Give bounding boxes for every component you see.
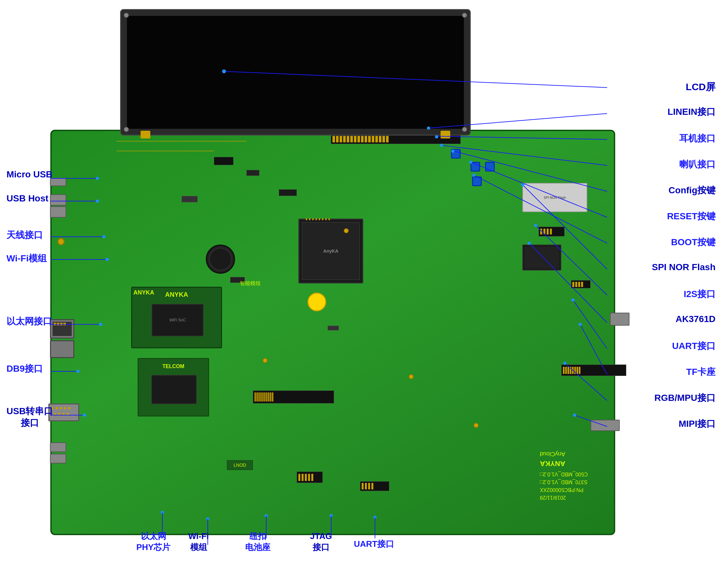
label-spi-nor: SPI NOR Flash	[652, 262, 716, 272]
lcd-bezel	[120, 9, 471, 135]
usb-host-port	[50, 194, 66, 206]
label-boot-btn: BOOT按键	[671, 236, 716, 248]
ak3761d-chip	[522, 245, 561, 271]
label-eth-phy: 以太网 PHY芯片	[136, 531, 171, 553]
uart-connector-right	[571, 280, 590, 288]
reset-button	[470, 162, 480, 172]
label-config-btn: Config按键	[668, 184, 716, 196]
label-ak3761d: AK3761D	[676, 314, 716, 324]
label-wifi-module: Wi-Fi模组	[6, 252, 47, 265]
label-usb-serial: USB转串口 接口	[6, 405, 53, 429]
lcd-screen-inner	[127, 16, 464, 129]
label-i2s: I2S接口	[684, 288, 716, 300]
label-micro-usb: Micro USB	[6, 169, 53, 180]
boot-button	[472, 176, 482, 186]
label-earphone: 耳机接口	[679, 132, 716, 145]
spi-nor-flash-chip: SPI NOR Flash	[522, 183, 587, 212]
label-mipi: MIPI接口	[679, 418, 716, 430]
label-usb-host: USB Host	[6, 193, 48, 204]
label-db9: DB9接口	[6, 363, 43, 375]
button-battery-holder	[206, 245, 235, 274]
tf-card-slot	[610, 313, 629, 326]
usb-serial-port	[50, 442, 66, 452]
label-ethernet: 以太网接口	[6, 315, 52, 328]
label-speaker: 喇叭接口	[679, 158, 716, 171]
label-rgb-mpu: RGB/MPU接口	[655, 392, 716, 404]
jtag-connector	[297, 471, 323, 483]
ethernet-port	[50, 319, 74, 339]
label-uart-right: UART接口	[672, 340, 716, 352]
label-wifi-bottom: Wi-Fi 模组	[188, 531, 209, 553]
label-lcd: LCD屏	[686, 80, 716, 94]
eth-phy-chip: TELCOM	[138, 358, 209, 416]
label-uart-bottom: UART接口	[354, 538, 394, 550]
antenna-connector	[58, 238, 65, 245]
label-antenna: 天线接口	[6, 229, 43, 241]
pcb-main-board: SPI NOR Flash	[50, 130, 615, 535]
label-jtag: JTAG 接口	[310, 531, 332, 553]
config-button	[451, 149, 461, 159]
label-button-battery: 纽扣 电池座	[245, 531, 270, 553]
label-reset-btn: RESET按键	[667, 210, 716, 223]
board-container: SPI NOR Flash	[0, 0, 722, 588]
uart-bottom-connector	[360, 481, 389, 491]
rgb-mpu-connector	[561, 364, 626, 376]
label-tf-card: TF卡座	[686, 366, 716, 378]
mipi-connector	[590, 420, 620, 431]
label-linein: LINEIN接口	[667, 106, 716, 118]
yellow-capacitor	[307, 293, 326, 311]
pcb-info-text: 2019/11/29 PN:PBC500002XX S370_MBD_V1.0.…	[540, 449, 588, 501]
i2s-connector	[539, 227, 564, 236]
lcd-flex-connector	[253, 391, 334, 403]
db9-port	[48, 403, 79, 421]
lnod-area: LNOD	[227, 460, 253, 470]
main-soc-chip: AnyKA	[298, 218, 363, 284]
